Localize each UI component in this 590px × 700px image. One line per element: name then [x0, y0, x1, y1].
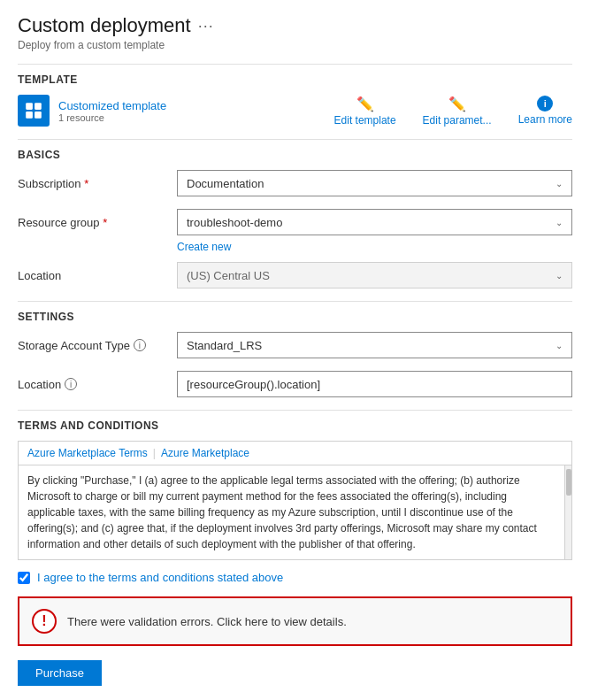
- edit-parameters-button[interactable]: ✏️ Edit paramet...: [423, 96, 492, 127]
- location-value: (US) Central US: [187, 269, 270, 282]
- svg-rect-0: [26, 103, 33, 110]
- template-resources: 1 resource: [58, 112, 166, 123]
- resource-group-label: Resource group *: [18, 216, 177, 229]
- template-name[interactable]: Customized template: [58, 99, 166, 112]
- location-chevron-icon: ⌄: [556, 271, 563, 281]
- settings-location-row: Location i [resourceGroup().location]: [18, 371, 572, 397]
- learn-more-label: Learn more: [518, 113, 572, 126]
- terms-scrollbar-thumb: [566, 469, 571, 496]
- validation-error-box[interactable]: ! There were validation errors. Click he…: [18, 596, 572, 646]
- pencil-edit-template-icon: ✏️: [356, 96, 374, 112]
- divider-template: [18, 64, 572, 65]
- resource-group-chevron-icon: ⌄: [556, 218, 563, 227]
- resource-group-required-star: *: [103, 216, 107, 229]
- divider-basics: [18, 139, 572, 140]
- edit-params-label: Edit paramet...: [423, 114, 492, 127]
- subscription-chevron-icon: ⌄: [556, 179, 563, 188]
- resource-group-value: troubleshoot-demo: [187, 216, 282, 229]
- storage-account-type-dropdown[interactable]: Standard_LRS ⌄: [177, 332, 572, 358]
- terms-tab-separator: |: [153, 447, 156, 459]
- terms-content: By clicking "Purchase," I (a) agree to t…: [19, 465, 571, 559]
- terms-tabs: Azure Marketplace Terms | Azure Marketpl…: [19, 442, 571, 465]
- purchase-button[interactable]: Purchase: [18, 660, 102, 686]
- settings-location-info-icon[interactable]: i: [65, 378, 77, 390]
- terms-tab-marketplace[interactable]: Azure Marketplace Terms: [27, 447, 148, 459]
- section-label-settings: SETTINGS: [18, 311, 572, 323]
- svg-rect-1: [34, 103, 42, 110]
- section-label-template: TEMPLATE: [18, 73, 572, 86]
- terms-scrollbar[interactable]: [564, 465, 571, 559]
- subscription-required-star: *: [84, 177, 88, 190]
- settings-location-label: Location i: [18, 378, 177, 391]
- template-text: Customized template 1 resource: [58, 99, 166, 123]
- pencil-edit-params-icon: ✏️: [448, 96, 466, 112]
- learn-more-button[interactable]: i Learn more: [518, 96, 572, 127]
- resource-group-dropdown[interactable]: troubleshoot-demo ⌄: [177, 209, 572, 235]
- error-message: There were validation errors. Click here…: [67, 615, 347, 628]
- storage-account-type-row: Storage Account Type i Standard_LRS ⌄: [18, 332, 572, 358]
- subscription-row: Subscription * Documentation ⌄: [18, 170, 572, 196]
- edit-template-button[interactable]: ✏️ Edit template: [334, 96, 396, 127]
- exclamation-icon: !: [42, 613, 46, 629]
- location-label: Location: [18, 269, 177, 282]
- edit-template-label: Edit template: [334, 114, 396, 127]
- subscription-label: Subscription *: [18, 177, 177, 190]
- terms-checkbox-label[interactable]: I agree to the terms and conditions stat…: [37, 571, 283, 584]
- divider-terms: [18, 410, 572, 411]
- subscription-value: Documentation: [187, 177, 264, 190]
- svg-rect-3: [34, 112, 42, 119]
- page-title: Custom deployment: [18, 14, 191, 37]
- location-row: Location (US) Central US ⌄: [18, 262, 572, 288]
- storage-type-chevron-icon: ⌄: [556, 341, 563, 350]
- terms-checkbox-row: I agree to the terms and conditions stat…: [18, 571, 572, 584]
- template-actions: ✏️ Edit template ✏️ Edit paramet... i Le…: [334, 96, 572, 127]
- create-new-link[interactable]: Create new: [177, 241, 572, 253]
- storage-account-type-value: Standard_LRS: [187, 339, 262, 352]
- storage-account-type-label: Storage Account Type i: [18, 339, 177, 352]
- template-info-block: Customized template 1 resource: [18, 95, 166, 127]
- terms-box: Azure Marketplace Terms | Azure Marketpl…: [18, 441, 572, 560]
- info-circle-icon: i: [537, 96, 553, 112]
- settings-location-value: [resourceGroup().location]: [187, 378, 320, 391]
- section-label-basics: BASICS: [18, 149, 572, 161]
- storage-type-info-icon[interactable]: i: [134, 339, 146, 351]
- more-options-button[interactable]: ···: [198, 17, 214, 35]
- section-label-terms: TERMS AND CONDITIONS: [18, 419, 572, 432]
- template-grid-icon: [18, 95, 50, 127]
- subscription-dropdown[interactable]: Documentation ⌄: [177, 170, 572, 196]
- terms-tab-azure[interactable]: Azure Marketplace: [161, 447, 249, 459]
- settings-location-input[interactable]: [resourceGroup().location]: [177, 371, 572, 397]
- divider-settings: [18, 301, 572, 302]
- resource-group-row: Resource group * troubleshoot-demo ⌄: [18, 209, 572, 235]
- error-icon: !: [32, 609, 57, 634]
- terms-checkbox[interactable]: [18, 572, 30, 584]
- svg-rect-2: [26, 112, 33, 119]
- location-dropdown: (US) Central US ⌄: [177, 262, 572, 288]
- page-subtitle: Deploy from a custom template: [18, 39, 572, 51]
- grid-svg: [24, 101, 43, 120]
